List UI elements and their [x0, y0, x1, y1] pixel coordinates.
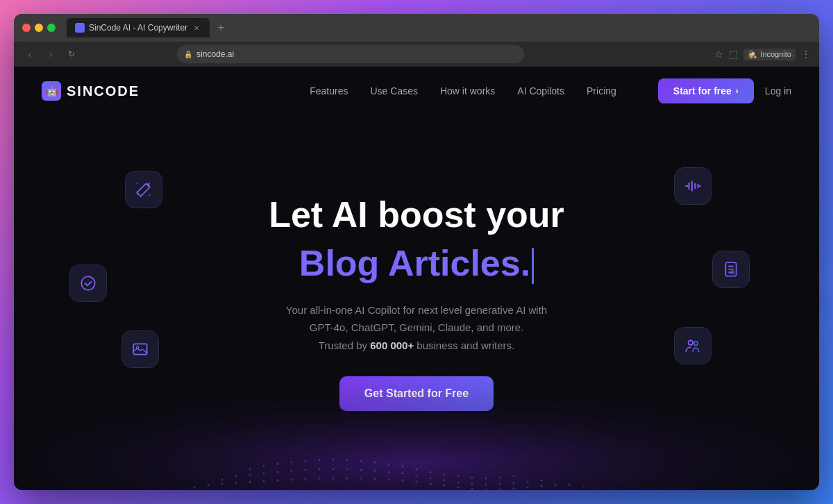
lock-icon: 🔒	[184, 51, 192, 58]
bookmark-icon[interactable]: ☆	[714, 49, 723, 60]
svg-point-76	[527, 487, 529, 489]
nav-how-it-works[interactable]: How it works	[440, 85, 495, 96]
nav-pricing[interactable]: Pricing	[587, 85, 616, 96]
svg-point-32	[277, 471, 279, 473]
text-cursor	[532, 248, 534, 284]
svg-point-51	[541, 480, 543, 482]
maximize-button[interactable]	[47, 24, 56, 32]
users-icon-card	[674, 327, 712, 364]
svg-point-77	[541, 485, 543, 487]
svg-point-45	[457, 482, 460, 484]
audio-wave-icon-card	[674, 167, 712, 205]
svg-point-18	[388, 464, 390, 466]
start-for-free-button[interactable]: Start for free ›	[658, 78, 754, 103]
login-button[interactable]: Log in	[765, 85, 791, 96]
svg-point-20	[416, 469, 418, 471]
nav-features[interactable]: Features	[310, 85, 348, 96]
svg-point-70	[444, 485, 446, 487]
svg-point-2	[81, 276, 95, 290]
svg-point-43	[430, 478, 432, 480]
task-check-icon-card	[69, 264, 107, 302]
svg-point-67	[402, 480, 404, 482]
browser-tab[interactable]: SinCode AI - AI Copywriter ✕	[67, 18, 210, 37]
nav-ai-copilots[interactable]: AI Copilots	[517, 85, 564, 96]
svg-point-39	[374, 470, 376, 472]
logo-text: SINCODE	[67, 83, 140, 99]
svg-point-68	[416, 481, 418, 483]
svg-point-41	[402, 473, 404, 475]
svg-point-4	[137, 346, 139, 348]
svg-point-31	[263, 473, 265, 475]
svg-point-28	[221, 479, 224, 481]
nav-cta: Start for free › Log in	[658, 78, 791, 103]
svg-point-19	[402, 466, 404, 468]
tab-bar: SinCode AI - AI Copywriter ✕ +	[67, 18, 811, 37]
url-bar[interactable]: 🔒 sincode.ai	[177, 45, 524, 63]
svg-rect-7	[14, 351, 819, 490]
trusted-text: Trusted by 600 000+ business and writers…	[319, 339, 515, 351]
incognito-icon: 🕵	[748, 50, 757, 59]
svg-point-34	[305, 469, 307, 471]
svg-point-26	[499, 477, 501, 479]
hero-title-line2: Blog Articles.	[299, 243, 534, 285]
svg-point-22	[444, 474, 446, 476]
svg-point-63	[346, 478, 348, 480]
traffic-lights	[22, 24, 56, 32]
svg-point-66	[388, 479, 390, 481]
svg-point-30	[249, 474, 251, 476]
svg-point-69	[430, 483, 432, 485]
svg-point-12	[305, 460, 307, 462]
svg-point-1	[731, 271, 734, 274]
svg-point-49	[513, 482, 515, 485]
svg-point-17	[374, 462, 376, 464]
svg-point-29	[235, 476, 237, 478]
tab-close-icon[interactable]: ✕	[192, 23, 201, 33]
svg-point-74	[499, 489, 501, 491]
wave-background	[14, 351, 819, 490]
logo-icon: 🤖	[42, 81, 61, 101]
menu-icon[interactable]: ⋮	[801, 49, 811, 60]
svg-point-65	[374, 478, 376, 480]
svg-point-47	[485, 484, 487, 486]
website-content: 🤖 SINCODE Features Use Cases How it work…	[14, 67, 819, 490]
svg-point-82	[582, 486, 584, 487]
url-text: sincode.ai	[196, 49, 234, 59]
close-button[interactable]	[22, 24, 31, 32]
svg-point-83	[596, 488, 598, 489]
minimize-button[interactable]	[35, 24, 43, 32]
chevron-right-icon: ›	[736, 86, 739, 96]
svg-point-64	[360, 478, 362, 480]
magic-wand-icon-card	[125, 171, 162, 208]
svg-point-79	[569, 484, 571, 486]
incognito-label: Incognito	[760, 50, 791, 58]
svg-point-81	[166, 489, 167, 490]
svg-point-8	[249, 469, 251, 471]
svg-point-44	[444, 480, 446, 482]
back-button[interactable]: ‹	[22, 47, 37, 62]
new-tab-button[interactable]: +	[212, 19, 229, 36]
forward-button[interactable]: ›	[43, 47, 58, 62]
get-started-button[interactable]: Get Started for Free	[339, 376, 494, 411]
svg-point-60	[305, 478, 307, 480]
svg-point-35	[319, 469, 321, 471]
svg-point-42	[416, 475, 418, 477]
extensions-icon[interactable]: ⬚	[729, 49, 738, 60]
incognito-badge: 🕵 Incognito	[743, 49, 796, 60]
svg-point-59	[291, 479, 293, 481]
svg-point-52	[194, 487, 196, 489]
reload-button[interactable]: ↻	[64, 47, 79, 62]
logo[interactable]: 🤖 SINCODE	[42, 81, 140, 101]
svg-point-13	[319, 460, 321, 462]
tab-favicon	[75, 23, 85, 33]
svg-point-54	[221, 483, 224, 485]
svg-point-6	[694, 342, 698, 345]
svg-point-56	[249, 481, 251, 483]
browser-actions: ☆ ⬚ 🕵 Incognito ⋮	[714, 49, 811, 60]
nav-use-cases[interactable]: Use Cases	[370, 85, 417, 96]
svg-point-71	[457, 487, 460, 489]
browser-chrome: SinCode AI - AI Copywriter ✕ + ‹ › ↻ 🔒 s…	[14, 14, 819, 67]
svg-point-53	[208, 485, 210, 487]
svg-point-14	[333, 459, 335, 461]
svg-point-5	[689, 340, 693, 345]
svg-point-84	[610, 489, 612, 490]
